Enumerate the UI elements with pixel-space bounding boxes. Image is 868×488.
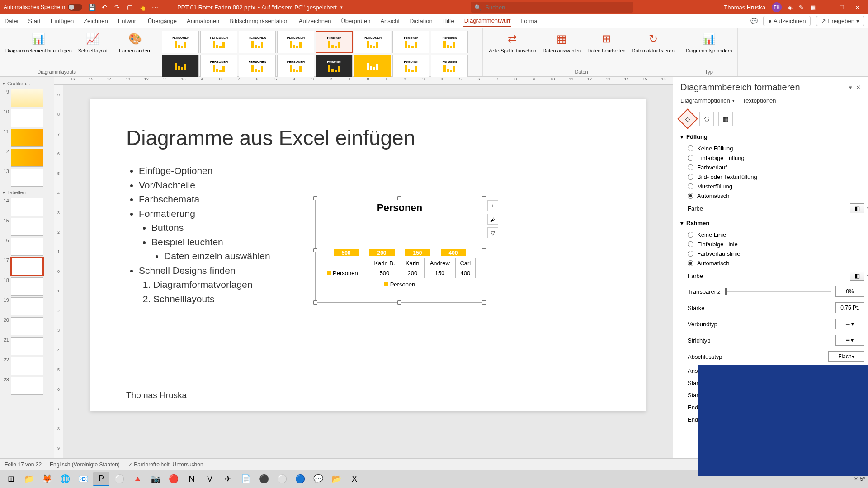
language-indicator[interactable]: Englisch (Vereinigte Staaten) bbox=[50, 461, 120, 468]
chart-styles-gallery[interactable]: PERSONEN PERSONEN PERSONEN PERSONEN Pers… bbox=[161, 30, 469, 78]
chart-bar[interactable]: 150 bbox=[405, 249, 430, 256]
tab-animationen[interactable]: Animationen bbox=[186, 16, 220, 26]
tab-ansicht[interactable]: Ansicht bbox=[379, 16, 401, 26]
fill-line-tab[interactable]: ◇ bbox=[677, 108, 698, 129]
telegram-icon[interactable]: ✈ bbox=[220, 472, 236, 486]
app-icon[interactable]: 📄 bbox=[238, 472, 254, 486]
style-thumb-9[interactable] bbox=[162, 55, 199, 77]
tab-entwurf[interactable]: Entwurf bbox=[117, 16, 139, 26]
redo-icon[interactable]: ↷ bbox=[113, 3, 121, 11]
powerpoint-icon[interactable]: P bbox=[93, 472, 109, 486]
effects-tab[interactable]: ⬠ bbox=[699, 112, 714, 126]
cap-dropdown[interactable]: Flach ▾ bbox=[828, 351, 864, 362]
chart-bar[interactable]: 500 bbox=[334, 249, 359, 256]
chart-legend[interactable]: Personen bbox=[316, 278, 484, 291]
style-thumb-6[interactable]: PERSONEN bbox=[354, 31, 391, 53]
fill-picture-radio[interactable]: Bild- oder Texturfüllung bbox=[680, 172, 864, 182]
fill-color-button[interactable]: ◧ bbox=[850, 203, 864, 213]
resize-handle[interactable] bbox=[482, 248, 486, 252]
search-box[interactable]: 🔍 bbox=[471, 2, 633, 13]
chart-title[interactable]: Personen bbox=[316, 198, 484, 216]
tab-einfuegen[interactable]: Einfügen bbox=[50, 16, 75, 26]
thumb-11[interactable] bbox=[11, 129, 43, 147]
fill-solid-radio[interactable]: Einfarbige Füllung bbox=[680, 153, 864, 163]
tab-dictation[interactable]: Dictation bbox=[409, 16, 434, 26]
style-thumb-5[interactable]: Personen bbox=[316, 31, 353, 53]
thumb-19[interactable] bbox=[11, 297, 43, 315]
select-data-button[interactable]: ▦Daten auswählen bbox=[541, 30, 583, 55]
obs-icon[interactable]: ⚫ bbox=[256, 472, 272, 486]
style-thumb-10[interactable]: PERSONEN bbox=[200, 55, 237, 77]
close-pane-icon[interactable]: ✕ bbox=[856, 84, 861, 91]
thumb-16[interactable] bbox=[11, 238, 43, 256]
chrome-icon[interactable]: 🌐 bbox=[57, 472, 73, 486]
chevron-down-icon[interactable]: ▾ bbox=[340, 5, 343, 9]
chart-bar[interactable]: 400 bbox=[441, 249, 466, 256]
touch-icon[interactable]: 👆 bbox=[138, 3, 146, 11]
tab-text-options[interactable]: Textoptionen bbox=[743, 97, 776, 104]
style-thumb-12[interactable]: PERSONEN bbox=[277, 55, 314, 77]
tab-uebergaenge[interactable]: Übergänge bbox=[147, 16, 178, 26]
style-thumb-1[interactable]: PERSONEN bbox=[162, 31, 199, 53]
quick-layout-button[interactable]: 📈 Schnelllayout bbox=[76, 30, 109, 55]
app-icon[interactable]: 📷 bbox=[147, 472, 164, 486]
chart-plot-area[interactable]: 500 200 150 400 bbox=[316, 216, 484, 256]
tab-chart-options[interactable]: Diagrammoptionen ▾ bbox=[680, 97, 735, 104]
app-icon[interactable]: ⚪ bbox=[111, 472, 127, 486]
tab-diagrammentwurf[interactable]: Diagrammentwurf bbox=[463, 15, 512, 27]
avatar[interactable]: TH bbox=[772, 2, 782, 12]
border-auto-radio[interactable]: Automatisch bbox=[680, 258, 864, 268]
chart-bar[interactable]: 200 bbox=[369, 249, 395, 256]
tab-zeichnen[interactable]: Zeichnen bbox=[83, 16, 108, 26]
style-thumb-11[interactable]: PERSONEN bbox=[239, 55, 276, 77]
thumb-18[interactable] bbox=[11, 277, 43, 296]
change-colors-button[interactable]: 🎨 Farben ändern bbox=[117, 30, 153, 55]
app-icon[interactable]: 📂 bbox=[328, 472, 344, 486]
firefox-icon[interactable]: 🦊 bbox=[39, 472, 55, 486]
width-input[interactable] bbox=[835, 302, 864, 313]
style-thumb-15[interactable]: Personen bbox=[392, 55, 429, 77]
maximize-button[interactable]: ☐ bbox=[835, 1, 849, 14]
resize-handle[interactable] bbox=[482, 196, 486, 200]
thumb-17[interactable] bbox=[11, 258, 43, 276]
resize-handle[interactable] bbox=[482, 300, 486, 305]
slide-counter[interactable]: Folie 17 von 32 bbox=[5, 461, 42, 468]
thumb-14[interactable] bbox=[11, 198, 43, 216]
style-thumb-8[interactable]: Personen bbox=[431, 31, 468, 53]
record-button[interactable]: ● Aufzeichnen bbox=[763, 16, 811, 26]
size-tab[interactable]: ▦ bbox=[718, 112, 733, 126]
section-tables[interactable]: ▸ Tabellen bbox=[0, 188, 52, 197]
thumb-23[interactable] bbox=[11, 377, 43, 395]
tab-format[interactable]: Format bbox=[519, 16, 540, 26]
fill-section-head[interactable]: ▾ Füllung bbox=[680, 130, 864, 144]
tab-bildschirm[interactable]: Bildschirmpräsentation bbox=[228, 16, 290, 26]
app-icon[interactable]: ⚪ bbox=[274, 472, 290, 486]
add-chart-element-button[interactable]: 📊 Diagrammelement hinzufügen bbox=[4, 30, 74, 55]
edit-data-button[interactable]: ⊞Daten bearbeiten bbox=[585, 30, 627, 55]
tab-datei[interactable]: Datei bbox=[4, 16, 19, 26]
fill-auto-radio[interactable]: Automatisch bbox=[680, 191, 864, 201]
accessibility-check[interactable]: ✓ Barrierefreiheit: Untersuchen bbox=[128, 461, 203, 468]
tab-start[interactable]: Start bbox=[27, 16, 41, 26]
compound-dropdown[interactable]: ═ ▾ bbox=[835, 319, 864, 329]
vlc-icon[interactable]: 🔺 bbox=[129, 472, 146, 486]
outlook-icon[interactable]: 📧 bbox=[75, 472, 91, 486]
visio-icon[interactable]: V bbox=[202, 472, 218, 486]
tab-aufzeichnen[interactable]: Aufzeichnen bbox=[298, 16, 332, 26]
dash-dropdown[interactable]: ━ ▾ bbox=[835, 335, 864, 346]
border-solid-radio[interactable]: Einfarbige Linie bbox=[680, 239, 864, 249]
thumb-15[interactable] bbox=[11, 218, 43, 236]
document-title[interactable]: PPT 01 Roter Faden 002.pptx • Auf "diese… bbox=[177, 4, 471, 11]
style-thumb-3[interactable]: PERSONEN bbox=[239, 31, 276, 53]
search-input[interactable] bbox=[485, 4, 630, 11]
chart-filters-button[interactable]: ▽ bbox=[487, 227, 498, 238]
onenote-icon[interactable]: N bbox=[184, 472, 200, 486]
chart-elements-button[interactable]: + bbox=[487, 200, 498, 211]
app-icon[interactable]: 💬 bbox=[310, 472, 326, 486]
style-thumb-13[interactable]: Personen bbox=[316, 55, 353, 77]
border-section-head[interactable]: ▾ Rahmen bbox=[680, 216, 864, 230]
diamond-icon[interactable]: ◈ bbox=[788, 4, 793, 11]
style-thumb-14[interactable] bbox=[354, 55, 391, 77]
slide-thumbnails-pane[interactable]: ▸ Grafiken... 9 10 11 12 13 ▸ Tabellen 1… bbox=[0, 77, 54, 458]
share-button[interactable]: ↗ Freigeben ▾ bbox=[816, 16, 864, 26]
